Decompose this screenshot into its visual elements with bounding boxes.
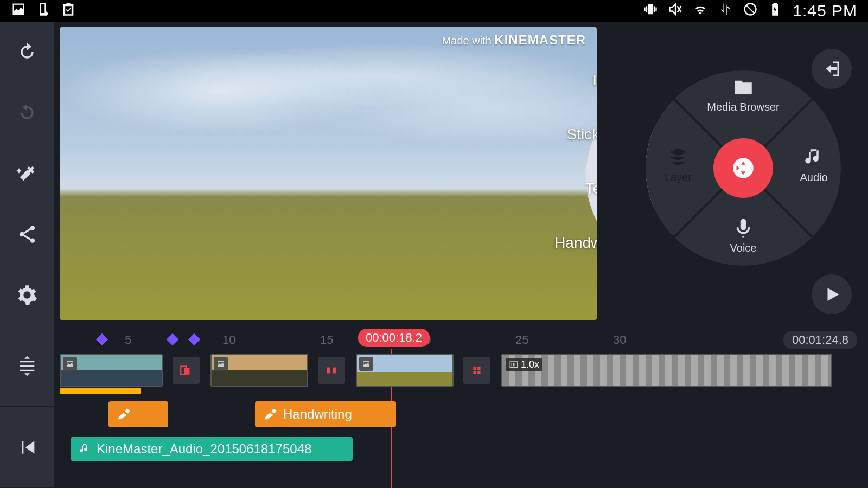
- preview-viewport[interactable]: Made with KINEMASTER Image Sticker Text …: [60, 27, 597, 320]
- bookmark-marker[interactable]: [96, 333, 108, 346]
- block-icon: [743, 2, 758, 21]
- record-button[interactable]: [713, 138, 773, 198]
- task-icon: [61, 2, 76, 21]
- layer-button[interactable]: Layer: [640, 146, 716, 184]
- image-icon: [63, 357, 77, 371]
- video-clip[interactable]: [210, 354, 308, 387]
- preview-sky: [60, 27, 597, 188]
- voice-button[interactable]: Voice: [705, 217, 781, 254]
- exit-button[interactable]: [812, 49, 852, 89]
- expand-tracks-button[interactable]: [0, 325, 54, 407]
- handwriting-clip[interactable]: Handwriting: [255, 401, 396, 427]
- device-icon: [36, 2, 51, 21]
- handwriting-clip[interactable]: [108, 401, 168, 427]
- layer-handwriting-label: Handwriting: [526, 234, 597, 252]
- main-area: Made with KINEMASTER Image Sticker Text …: [0, 22, 868, 325]
- radial-panel: Media Browser Layer Audio Voice: [597, 22, 868, 325]
- ruler-tick: 25: [515, 333, 528, 347]
- gallery-icon: [11, 2, 26, 21]
- layer-text-label: Text: [505, 180, 597, 197]
- app-root: 1:45 PM Made with KINEMASTER Image Stick…: [0, 0, 868, 488]
- svg-rect-8: [333, 368, 336, 374]
- settings-button[interactable]: [0, 265, 54, 325]
- svg-rect-6: [184, 368, 190, 375]
- layer-image-label: Image: [526, 72, 597, 89]
- transition-button[interactable]: [318, 357, 345, 384]
- mute-icon: [668, 2, 683, 21]
- redo-button: [0, 82, 54, 143]
- undo-button[interactable]: [0, 22, 54, 82]
- play-button[interactable]: [812, 274, 852, 314]
- bookmark-marker[interactable]: [167, 333, 179, 346]
- video-clip[interactable]: [356, 354, 454, 387]
- tracks-area[interactable]: 5 10 15 20 25 30 00:00:18.2 00:01:24.8: [54, 325, 868, 488]
- audio-track[interactable]: KineMaster_Audio_20150618175048: [54, 437, 868, 464]
- bookmark-marker[interactable]: [188, 333, 201, 346]
- clip-speed-badge: 1.0x: [506, 358, 542, 371]
- media-browser-button[interactable]: Media Browser: [705, 76, 781, 113]
- video-clip[interactable]: 1.0x: [501, 354, 832, 387]
- video-clip[interactable]: [60, 354, 163, 387]
- transition-button[interactable]: [173, 357, 200, 384]
- audio-button[interactable]: Audio: [776, 146, 852, 184]
- ruler-tick: 5: [125, 333, 131, 347]
- wifi-icon: [693, 2, 708, 21]
- svg-rect-7: [327, 368, 330, 374]
- playhead-time[interactable]: 00:00:18.2: [358, 329, 430, 347]
- vibrate-icon: [643, 2, 658, 21]
- ruler-tick: 15: [320, 333, 333, 347]
- ruler-tick: 30: [613, 333, 626, 347]
- clock-text: 1:45 PM: [793, 2, 857, 20]
- clip-underbar: [60, 388, 141, 394]
- battery-icon: [768, 2, 783, 21]
- layer-sticker-label: Sticker: [505, 126, 597, 143]
- status-bar: 1:45 PM: [0, 0, 868, 22]
- layer-track[interactable]: Handwriting: [54, 401, 868, 432]
- image-icon: [214, 357, 228, 371]
- jump-start-button[interactable]: [0, 407, 54, 488]
- image-icon: [359, 357, 373, 371]
- effects-button[interactable]: [0, 143, 54, 204]
- timeline: 5 10 15 20 25 30 00:00:18.2 00:01:24.8: [0, 325, 868, 488]
- total-duration: 00:01:24.8: [783, 331, 857, 349]
- video-track[interactable]: 1.0x: [54, 354, 868, 391]
- audio-clip[interactable]: KineMaster_Audio_20150618175048: [71, 437, 353, 461]
- layer-submenu-bg: [586, 60, 597, 293]
- sync-icon: [718, 2, 733, 21]
- transition-button[interactable]: [463, 357, 490, 384]
- timeline-toolbar: [0, 325, 54, 488]
- left-toolbar: [0, 22, 54, 325]
- time-ruler[interactable]: 5 10 15 20 25 30 00:00:18.2 00:01:24.8: [54, 325, 868, 351]
- ruler-tick: 10: [222, 333, 235, 347]
- share-button[interactable]: [0, 204, 54, 265]
- layer-submenu: Image Sticker Text Handwriting: [553, 33, 597, 260]
